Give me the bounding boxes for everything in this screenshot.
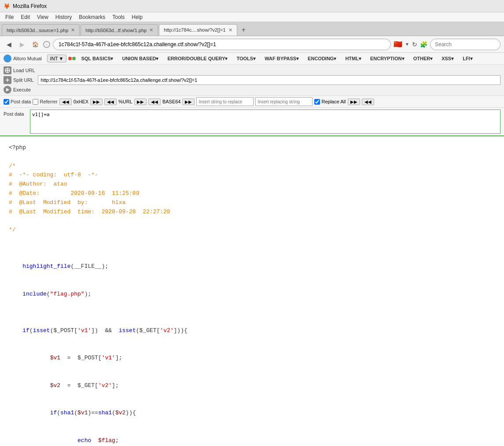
tab-1-close[interactable]: ✕ (71, 27, 75, 33)
split-url-icon (4, 76, 11, 84)
replace-execute-left[interactable]: ◀◀ (362, 99, 374, 105)
tab-1-label: http://b5063d...source=1.php (7, 28, 68, 33)
svg-marker-5 (6, 88, 9, 91)
referrer-label: Referrer (40, 99, 57, 104)
hackbar-toolbar-row: Post data Referrer ◀◀ 0xHEX ▶▶ ◀◀ %URL ▶… (0, 95, 504, 107)
post-data-checkbox[interactable] (4, 99, 9, 105)
post-data-textarea[interactable]: v1[]=a (30, 110, 500, 134)
comment-coding: # -*- coding: utf-8 -*- (9, 171, 495, 180)
base64-right-arrow: ▶▶ (185, 99, 192, 104)
hackbar-url-input[interactable] (38, 75, 500, 85)
hackbar-lfi[interactable]: LFI▾ (459, 55, 476, 62)
referrer-checkbox-label[interactable]: Referrer (33, 99, 57, 105)
comment-modified-time: # @Last Modified time: 2020-09-28 22:27:… (9, 208, 495, 217)
hackbar-dots (68, 57, 76, 60)
replacing-string-input[interactable] (255, 97, 313, 106)
hex-right-arrow: ▶▶ (93, 99, 100, 104)
tab-bar: http://b5063d...source=1.php ✕ http://b5… (0, 22, 504, 36)
replace-all-label[interactable]: Replace All (314, 99, 346, 105)
int-label: INT (50, 56, 58, 61)
replace-execute-right[interactable]: ▶▶ (348, 99, 360, 105)
menu-bar: File Edit View History Bookmarks Tools H… (0, 12, 504, 22)
hex-encode-right[interactable]: ▶▶ (90, 99, 103, 105)
url-encode-left[interactable]: ◀◀ (104, 99, 117, 105)
tab-2-close[interactable]: ✕ (149, 27, 153, 33)
blank-1 (9, 153, 495, 162)
tab-2[interactable]: http://b5063d...tf.show/1.php ✕ (81, 24, 158, 36)
back-button[interactable]: ◀ (4, 39, 14, 50)
hackbar-tools[interactable]: TOOLS▾ (233, 55, 259, 62)
menu-bookmarks[interactable]: Bookmarks (75, 13, 109, 21)
hex-encode-left[interactable]: ◀◀ (59, 99, 72, 105)
hackbar-other[interactable]: OTHER▾ (410, 55, 437, 62)
url-encode-right[interactable]: ▶▶ (134, 99, 147, 105)
tab-1[interactable]: http://b5063d...source=1.php ✕ (2, 24, 80, 36)
hackbar-waf-bypass[interactable]: WAF BYPASS▾ (261, 55, 302, 62)
int-arrow: ▼ (59, 56, 64, 61)
php-open-tag: <?php (9, 143, 495, 153)
home-button[interactable]: 🏠 (30, 39, 40, 50)
menu-history[interactable]: History (52, 13, 75, 21)
int-dropdown[interactable]: INT ▼ (47, 55, 67, 62)
hackbar-error-query[interactable]: ERROR/DOUBLE QUERY▾ (164, 55, 231, 62)
refresh-button[interactable]: ↻ (412, 41, 417, 48)
load-url-button[interactable]: Load URL (13, 68, 35, 73)
post-data-section-label: Post data (4, 110, 30, 117)
sha1-if-line: if(sha1($v1)==sha1($v2)){ (9, 399, 495, 427)
hackbar-union-based[interactable]: UNION BASED▾ (118, 55, 162, 62)
replace-string-input[interactable] (196, 97, 254, 106)
hackbar-encoding[interactable]: ENCODING▾ (304, 55, 340, 62)
comment-modified-by: # @Last Modified by: hlxa (9, 198, 495, 208)
tab-3-label: http://1c784c....show/?v2[]=1 (164, 27, 225, 33)
comment-date: # @Date: 2020-09-16 11:25:09 (9, 189, 495, 198)
comment-start: /* (9, 162, 495, 171)
menu-help[interactable]: Help (128, 13, 146, 21)
tab-2-label: http://b5063d...tf.show/1.php (85, 28, 147, 33)
post-data-checkbox-label[interactable]: Post data (4, 99, 31, 105)
url-right-arrow: ▶▶ (137, 99, 144, 104)
menu-file[interactable]: File (2, 13, 17, 21)
hackbar-sql-basics[interactable]: SQL BASICS▾ (77, 55, 117, 62)
green-dot (72, 57, 76, 60)
comment-author: # @Author: atao (9, 180, 495, 189)
replace-left-arrow: ◀◀ (364, 99, 372, 104)
hex-left-arrow: ◀◀ (62, 99, 69, 104)
blank-4 (9, 244, 495, 253)
split-url-button[interactable]: Split URL (13, 77, 33, 83)
comment-end: */ (9, 226, 495, 235)
v2-line: $v2 = $_GET['v2']; (9, 372, 495, 399)
menu-edit[interactable]: Edit (17, 13, 33, 21)
tab-3-close[interactable]: ✕ (228, 27, 232, 33)
execute-icon (4, 86, 11, 94)
url-left-arrow: ◀◀ (107, 99, 114, 104)
menu-view[interactable]: View (33, 13, 52, 21)
execute-button[interactable]: Execute (13, 87, 31, 92)
dropdown-arrow[interactable]: ▼ (405, 42, 409, 47)
hackbar-encryption[interactable]: ENCRYPTION▾ (367, 55, 408, 62)
info-icon: i (43, 41, 50, 48)
blank-5 (9, 308, 495, 317)
replace-all-text: Replace All (321, 99, 346, 104)
replace-all-checkbox[interactable] (314, 99, 320, 105)
address-input[interactable] (53, 39, 391, 50)
tab-3[interactable]: http://1c784c....show/?v2[]=1 ✕ (159, 24, 237, 36)
base64-encode-left[interactable]: ◀◀ (148, 99, 161, 105)
search-input[interactable] (430, 39, 500, 50)
code-area: <?php /* # -*- coding: utf-8 -*- # @Auth… (0, 136, 504, 446)
forward-button[interactable]: ▶ (17, 39, 27, 50)
base64-encode-right[interactable]: ▶▶ (182, 99, 195, 105)
base64-label: BASE64 (162, 99, 181, 104)
hackbar-xss[interactable]: XSS▾ (438, 55, 457, 62)
title-text: Mozilla Firefox (13, 3, 47, 9)
highlight-file-line: highlight_file(__FILE__); (9, 253, 495, 281)
hackbar-html[interactable]: HTML▾ (342, 55, 365, 62)
extensions-icon: 🧩 (420, 41, 427, 48)
base64-left-arrow: ◀◀ (151, 99, 158, 104)
menu-tools[interactable]: Tools (109, 13, 128, 21)
referrer-checkbox[interactable] (33, 99, 38, 105)
replace-right-arrow: ▶▶ (350, 99, 357, 104)
new-tab-button[interactable]: + (238, 24, 250, 36)
hackbar-logo: Altoro Mutual (13, 56, 42, 61)
post-data-label: Post data (11, 99, 31, 104)
echo-line: echo $flag; (9, 427, 495, 446)
